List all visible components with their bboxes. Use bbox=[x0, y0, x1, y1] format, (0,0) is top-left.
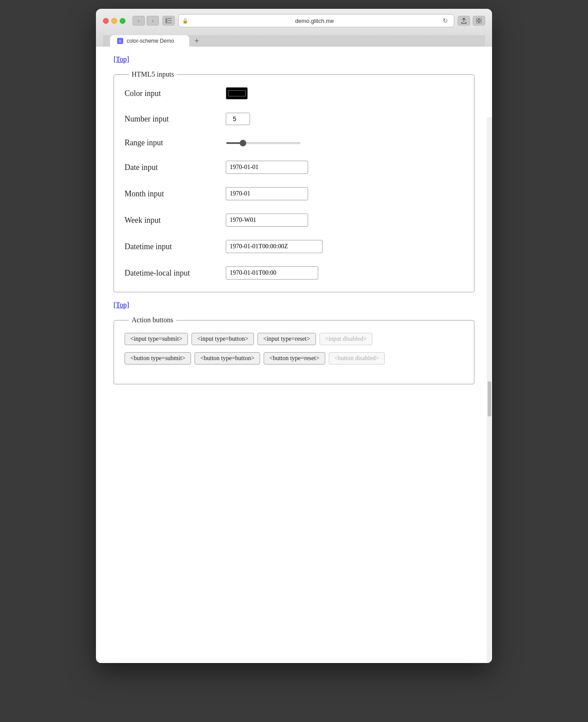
range-input[interactable] bbox=[226, 142, 301, 144]
input-button-button[interactable]: <input type=button> bbox=[191, 333, 254, 345]
number-input[interactable] bbox=[226, 113, 250, 125]
svg-rect-6 bbox=[476, 21, 478, 23]
button-buttons-group: <button type=submit> <button type=button… bbox=[125, 352, 463, 365]
svg-rect-7 bbox=[479, 21, 481, 23]
lock-icon: 🔒 bbox=[182, 18, 188, 24]
svg-rect-0 bbox=[165, 18, 167, 23]
svg-rect-4 bbox=[476, 18, 478, 20]
date-input-row: Date input bbox=[125, 161, 463, 174]
tab-favicon: c bbox=[117, 38, 123, 44]
button-reset-button[interactable]: <button type=reset> bbox=[264, 352, 325, 365]
date-input-label: Date input bbox=[125, 163, 226, 172]
sidebar-button[interactable] bbox=[162, 16, 175, 26]
datetime-input-row: Datetime input bbox=[125, 240, 463, 253]
datetime-input[interactable] bbox=[226, 240, 323, 253]
tab-bar: c color-scheme Demo + bbox=[103, 35, 485, 47]
html5-inputs-fieldset: HTML5 inputs Color input Number input Ra… bbox=[114, 70, 474, 292]
color-input-row: Color input bbox=[125, 87, 463, 99]
datetime-local-input[interactable] bbox=[226, 266, 318, 280]
input-buttons-group: <input type=submit> <input type=button> … bbox=[125, 333, 463, 345]
range-input-label: Range input bbox=[125, 138, 226, 147]
reload-button[interactable]: ↻ bbox=[441, 16, 450, 26]
minimize-button[interactable] bbox=[111, 18, 117, 24]
number-input-row: Number input bbox=[125, 113, 463, 125]
month-input[interactable] bbox=[226, 187, 308, 200]
new-tab-button[interactable]: + bbox=[191, 36, 202, 46]
week-input-row: Week input bbox=[125, 214, 463, 227]
close-button[interactable] bbox=[103, 18, 109, 24]
html5-inputs-legend: HTML5 inputs bbox=[129, 70, 176, 78]
maximize-button[interactable] bbox=[120, 18, 125, 24]
datetime-local-input-label: Datetime-local input bbox=[125, 269, 226, 278]
action-buttons-fieldset: Action buttons <input type=submit> <inpu… bbox=[114, 316, 474, 384]
active-tab[interactable]: c color-scheme Demo bbox=[110, 35, 189, 47]
svg-rect-3 bbox=[168, 22, 172, 23]
svg-rect-2 bbox=[168, 20, 172, 21]
range-input-row: Range input bbox=[125, 138, 463, 147]
tab-title: color-scheme Demo bbox=[127, 38, 174, 44]
svg-rect-1 bbox=[168, 18, 172, 19]
title-bar: ‹ › 🔒 demo.glitch.me ↻ bbox=[96, 9, 492, 47]
month-input-row: Month input bbox=[125, 187, 463, 200]
number-input-label: Number input bbox=[125, 114, 226, 124]
input-reset-button[interactable]: <input type=reset> bbox=[257, 333, 316, 345]
action-buttons-legend: Action buttons bbox=[129, 316, 176, 324]
url-text: demo.glitch.me bbox=[191, 18, 438, 24]
share-button[interactable] bbox=[458, 16, 470, 26]
svg-rect-5 bbox=[479, 18, 481, 20]
address-bar[interactable]: 🔒 demo.glitch.me ↻ bbox=[178, 14, 454, 27]
back-button[interactable]: ‹ bbox=[132, 16, 145, 26]
input-disabled-button: <input disabled> bbox=[320, 333, 373, 345]
week-input[interactable] bbox=[226, 214, 308, 227]
color-input-label: Color input bbox=[125, 89, 226, 98]
week-input-label: Week input bbox=[125, 216, 226, 225]
button-disabled-button: <button disabled> bbox=[329, 352, 385, 365]
forward-button[interactable]: › bbox=[147, 16, 159, 26]
date-input[interactable] bbox=[226, 161, 308, 174]
input-submit-button[interactable]: <input type=submit> bbox=[125, 333, 188, 345]
color-input[interactable] bbox=[226, 87, 248, 99]
traffic-lights bbox=[103, 18, 125, 24]
top-link-1[interactable]: [Top] bbox=[114, 55, 129, 63]
scrollbar-thumb[interactable] bbox=[488, 381, 491, 416]
month-input-label: Month input bbox=[125, 189, 226, 199]
button-submit-button[interactable]: <button type=submit> bbox=[125, 352, 191, 365]
datetime-input-label: Datetime input bbox=[125, 242, 226, 251]
button-button-button[interactable]: <button type=button> bbox=[195, 352, 260, 365]
scrollbar[interactable] bbox=[487, 117, 492, 663]
tab-overview-button[interactable] bbox=[473, 16, 485, 26]
page-content: [Top] HTML5 inputs Color input Number in… bbox=[96, 47, 492, 663]
top-link-2[interactable]: [Top] bbox=[114, 301, 129, 309]
datetime-local-input-row: Datetime-local input bbox=[125, 266, 463, 280]
